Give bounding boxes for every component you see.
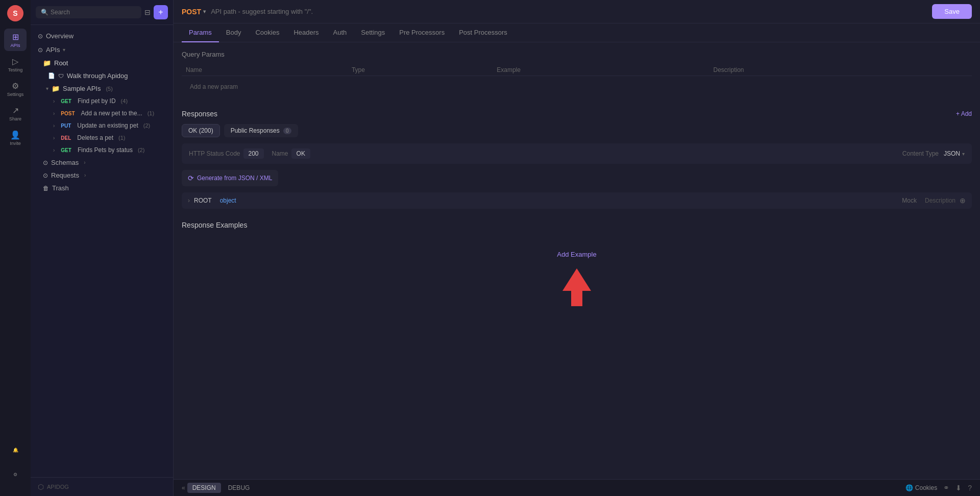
sidebar-overview[interactable]: ⊙ Overview (31, 29, 173, 43)
params-table: Name Type Example Description Add a new … (182, 64, 972, 97)
responses-title: Responses (182, 110, 217, 118)
notifications-button[interactable]: 🔔 (4, 439, 27, 461)
sidebar-item-apis[interactable]: ⊞ APIs (4, 29, 27, 51)
sidebar-apis-header[interactable]: ⊙ APIs ▾ (31, 43, 173, 57)
cookies-label: Cookies (915, 484, 937, 491)
schema-type: object (220, 197, 236, 204)
trash-label: Trash (52, 184, 69, 192)
api-path-input[interactable] (211, 8, 927, 15)
content-type-value: JSON (944, 150, 960, 157)
tab-body[interactable]: Body (219, 23, 249, 42)
method-badge-get: GET (59, 147, 74, 154)
endpoint-find-pet-by-id[interactable]: › GET Find pet by ID (4) (31, 95, 173, 107)
col-example: Example (493, 64, 709, 76)
design-tab[interactable]: DESIGN (187, 483, 221, 493)
endpoint-chevron: › (53, 98, 55, 104)
schema-description: Description (925, 197, 955, 204)
schema-root-row: › ROOT object Mock Description ⊕ (182, 192, 972, 209)
gear-icon: ⚙ (13, 472, 17, 477)
status-code-value[interactable]: 200 (243, 148, 264, 159)
arrow-head (562, 268, 591, 291)
gear-button[interactable]: ⚙ (4, 463, 27, 486)
collection-label: Sample APIs (63, 85, 101, 92)
sidebar-collection-sampleapis[interactable]: ▾ 📁 Sample APIs (5) (31, 82, 173, 95)
add-response-button[interactable]: + Add (956, 110, 972, 117)
sidebar-schemas[interactable]: ⊙ Schemas › (31, 156, 173, 169)
collection-icon: 📁 (52, 85, 60, 92)
schemas-icon: ⊙ (43, 159, 48, 166)
endpoint-finds-pets-by-status[interactable]: › GET Finds Pets by status (2) (31, 144, 173, 156)
content-type-select[interactable]: Content Type JSON ▾ (902, 150, 965, 157)
endpoint-add-new-pet[interactable]: › POST Add a new pet to the... (1) (31, 107, 173, 119)
cookies-button[interactable]: 🌐 Cookies (905, 484, 937, 491)
sidebar-item-settings[interactable]: ⚙ Settings (4, 78, 27, 100)
sidebar-walkthrough[interactable]: 📄 🛡 Walk through Apidog (31, 69, 173, 82)
tab-settings[interactable]: Settings (354, 23, 392, 42)
sidebar-item-share[interactable]: ↗ Share (4, 102, 27, 125)
tab-post-processors[interactable]: Post Processors (452, 23, 514, 42)
tab-pre-processors[interactable]: Pre Processors (392, 23, 452, 42)
requests-icon: ⊙ (43, 172, 48, 179)
responses-section: Responses + Add OK (200) Public Response… (182, 110, 972, 209)
method-dropdown[interactable]: POST ▾ (182, 8, 206, 16)
tab-auth[interactable]: Auth (326, 23, 354, 42)
public-responses-badge: 0 (283, 128, 291, 134)
generate-from-json-button[interactable]: ⟳ Generate from JSON / XML (182, 170, 278, 186)
collection-count: (5) (106, 86, 112, 92)
endpoint-count: (4) (121, 98, 128, 104)
content-type-chevron-icon: ▾ (962, 151, 965, 157)
tab-headers[interactable]: Headers (286, 23, 326, 42)
overview-icon: ⊙ (38, 33, 43, 40)
col-name: Name (182, 64, 348, 76)
save-button[interactable]: Save (932, 4, 972, 19)
invite-icon: 👤 (10, 130, 20, 140)
globe-icon: 🌐 (905, 484, 913, 491)
bottom-bar-left: « DESIGN DEBUG (182, 483, 255, 493)
apidog-logo-icon: ⬡ (38, 483, 44, 491)
main-area: POST ▾ Save Params Body Cookies Headers … (174, 0, 980, 496)
endpoint-label: Find pet by ID (78, 97, 116, 105)
endpoint-update-existing-pet[interactable]: › PUT Update an existing pet (2) (31, 119, 173, 132)
response-tab-ok200[interactable]: OK (200) (182, 124, 220, 137)
endpoint-deletes-pet[interactable]: › DEL Deletes a pet (1) (31, 132, 173, 144)
add-param-button[interactable]: Add a new param (186, 80, 968, 93)
schema-expand-icon[interactable]: › (188, 197, 190, 204)
apis-icon: ⊞ (12, 32, 19, 42)
sidebar-item-invite[interactable]: 👤 Invite (4, 127, 27, 149)
connection-icon[interactable]: ⚭ (943, 484, 949, 492)
help-icon[interactable]: ? (968, 484, 972, 492)
search-input-wrap[interactable]: 🔍 (36, 6, 141, 18)
name-label: Name (272, 150, 288, 157)
schema-add-button[interactable]: ⊕ (960, 196, 966, 205)
add-example-button[interactable]: Add Example (557, 251, 596, 258)
sidebar-item-label: Invite (10, 141, 21, 146)
filter-icon[interactable]: ⊟ (144, 8, 151, 16)
col-description: Description (709, 64, 972, 76)
nav-back-button[interactable]: « (182, 484, 185, 491)
add-button[interactable]: + (154, 5, 168, 19)
sidebar-trash[interactable]: 🗑 Trash (31, 182, 173, 194)
sidebar-item-testing[interactable]: ▷ Testing (4, 53, 27, 76)
name-value[interactable]: OK (291, 148, 310, 159)
sidebar-folder-root[interactable]: 📁 Root (31, 57, 173, 69)
response-meta: HTTP Status Code 200 Name OK Content Typ… (182, 143, 972, 164)
share-icon: ↗ (12, 106, 19, 115)
response-tab-public[interactable]: Public Responses 0 (224, 124, 298, 137)
arrow-body (571, 291, 582, 306)
apis-folder-icon: ⊙ (38, 46, 43, 54)
sidebar-requests[interactable]: ⊙ Requests › (31, 169, 173, 182)
search-input[interactable] (51, 9, 136, 16)
endpoint-count: (2) (138, 147, 144, 153)
download-icon[interactable]: ⬇ (955, 484, 962, 492)
root-label: Root (54, 59, 68, 67)
add-example-area: Add Example (182, 237, 972, 319)
tab-cookies[interactable]: Cookies (248, 23, 286, 42)
user-avatar[interactable]: S (7, 5, 23, 21)
query-params-title: Query Params (182, 51, 972, 58)
schemas-chevron: › (84, 160, 85, 165)
method-label: POST (182, 8, 201, 16)
status-code-label: HTTP Status Code (189, 150, 240, 157)
debug-tab[interactable]: DEBUG (223, 483, 255, 493)
tab-params[interactable]: Params (182, 23, 219, 42)
response-examples-section: Response Examples Add Example (182, 221, 972, 319)
